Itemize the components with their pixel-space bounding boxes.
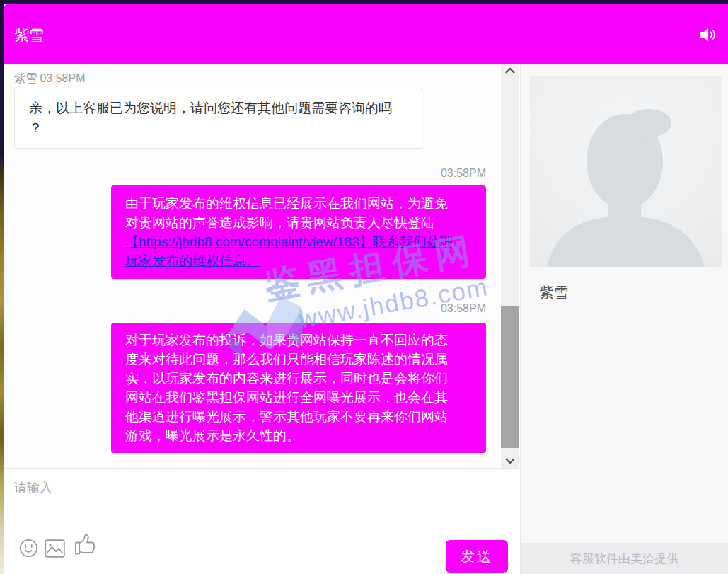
agent-name: 紫雪 bbox=[540, 283, 568, 302]
message-input[interactable]: 请输入 bbox=[4, 469, 520, 532]
incoming-message-bubble: 亲，以上客服已为您说明，请问您还有其他问题需要咨询的吗 ？ bbox=[14, 88, 422, 149]
emoji-button[interactable] bbox=[19, 539, 38, 560]
chat-column: 紫雪 03:58PM 亲，以上客服已为您说明，请问您还有其他问题需要咨询的吗 ？… bbox=[4, 64, 520, 574]
chevron-down-icon bbox=[505, 458, 515, 464]
message-timestamp: 03:58PM bbox=[441, 167, 486, 180]
sound-toggle-button[interactable] bbox=[700, 27, 718, 42]
chat-widget: 紫雪 紫雪 03:58PM 亲，以上客服已为您说明，请问您还有其他问题需要咨询的… bbox=[4, 4, 728, 574]
thumbs-up-button[interactable] bbox=[71, 532, 96, 560]
scrollbar-thumb[interactable] bbox=[501, 306, 519, 448]
chat-header: 紫雪 bbox=[4, 4, 728, 64]
chevron-up-icon bbox=[505, 68, 515, 74]
scroll-up-button[interactable] bbox=[501, 64, 519, 78]
input-placeholder: 请输入 bbox=[14, 479, 52, 496]
provider-footer: 客服软件由美洽提供 bbox=[521, 543, 728, 574]
outgoing-message-bubble: 由于玩家发布的维权信息已经展示在我们网站，为避免 对贵网站的声誉造成影响，请贵网… bbox=[111, 185, 486, 279]
person-silhouette-icon bbox=[530, 76, 722, 267]
outgoing-message-bubble: 对于玩家发布的投诉，如果贵网站保持一直不回应的态 度来对待此问题，那么我们只能相… bbox=[111, 323, 486, 453]
smiley-icon bbox=[19, 539, 38, 558]
complaint-link[interactable]: 【https://jhdb8.com/complaint/view/183】联系… bbox=[125, 234, 453, 268]
chat-scrollbar[interactable] bbox=[501, 64, 519, 468]
message-timestamp: 03:58PM bbox=[441, 302, 486, 315]
header-agent-title: 紫雪 bbox=[14, 25, 44, 45]
composer: 请输入 bbox=[4, 468, 520, 574]
image-icon bbox=[45, 539, 65, 558]
message-sender-timestamp: 紫雪 03:58PM bbox=[14, 71, 85, 86]
thumbs-up-icon bbox=[71, 532, 96, 558]
message-text: 由于玩家发布的维权信息已经展示在我们网站，为避免 对贵网站的声誉造成影响，请贵网… bbox=[125, 196, 448, 230]
send-button[interactable]: 发送 bbox=[446, 540, 508, 573]
agent-avatar bbox=[530, 76, 722, 267]
image-upload-button[interactable] bbox=[45, 539, 65, 560]
chat-message-list[interactable]: 紫雪 03:58PM 亲，以上客服已为您说明，请问您还有其他问题需要咨询的吗 ？… bbox=[4, 64, 520, 468]
scroll-down-button[interactable] bbox=[501, 454, 519, 468]
speaker-icon bbox=[700, 27, 718, 42]
agent-sidebar: 紫雪 客服软件由美洽提供 bbox=[520, 64, 728, 574]
composer-toolbar bbox=[19, 532, 96, 560]
